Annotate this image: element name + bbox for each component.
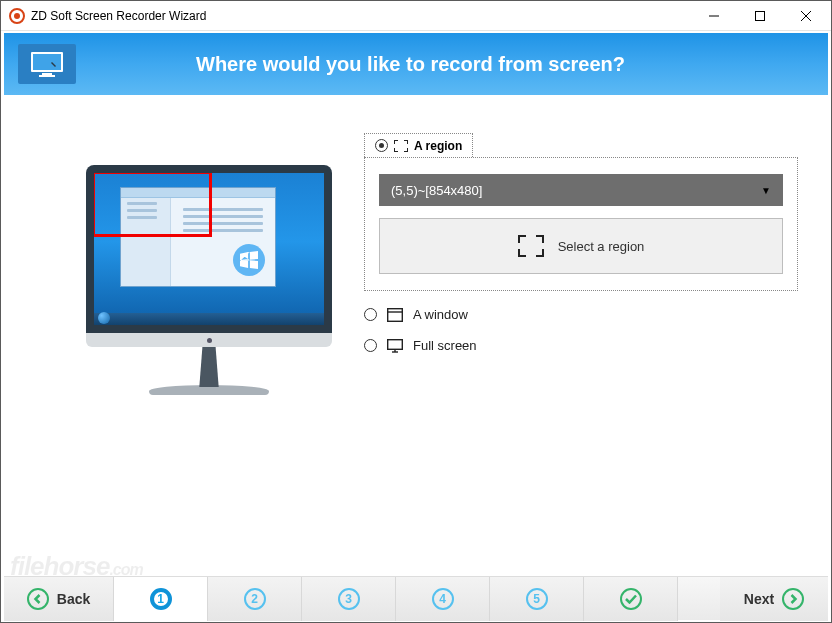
- window-controls: [691, 1, 829, 30]
- step-5-icon: 5: [526, 588, 548, 610]
- step-2-icon: 2: [244, 588, 266, 610]
- close-button[interactable]: [783, 1, 829, 30]
- step-1[interactable]: 1: [114, 577, 208, 621]
- step-2[interactable]: 2: [208, 577, 302, 621]
- titlebar: ZD Soft Screen Recorder Wizard: [1, 1, 831, 31]
- step-1-icon: 1: [150, 588, 172, 610]
- minimize-button[interactable]: [691, 1, 737, 30]
- svg-rect-8: [388, 308, 403, 321]
- next-button[interactable]: Next: [720, 577, 828, 621]
- banner-icon: [18, 44, 76, 84]
- step-4[interactable]: 4: [396, 577, 490, 621]
- step-3[interactable]: 3: [302, 577, 396, 621]
- dropdown-arrow-icon: ▼: [761, 185, 771, 196]
- option-region-tab[interactable]: A region: [364, 133, 473, 157]
- banner-title: Where would you like to record from scre…: [196, 53, 625, 76]
- select-region-label: Select a region: [558, 239, 645, 254]
- window-radio-icon: [364, 308, 377, 321]
- svg-rect-6: [42, 73, 52, 75]
- region-highlight-icon: [94, 173, 212, 237]
- window-title: ZD Soft Screen Recorder Wizard: [31, 9, 691, 23]
- region-brackets-icon: [394, 140, 408, 152]
- next-arrow-icon: [782, 588, 804, 610]
- wizard-footer: filehorse.com Back 1 2 3 4 5 Next: [4, 576, 828, 620]
- svg-rect-7: [39, 75, 55, 77]
- step-4-icon: 4: [432, 588, 454, 610]
- back-arrow-icon: [27, 588, 49, 610]
- content-area: A region (5,5)~[854x480] ▼ Select a regi…: [4, 95, 828, 576]
- maximize-button[interactable]: [737, 1, 783, 30]
- region-size-value: (5,5)~[854x480]: [391, 183, 482, 198]
- monitor-icon: [387, 339, 403, 353]
- select-region-button[interactable]: Select a region: [379, 218, 783, 274]
- svg-rect-5: [33, 54, 61, 70]
- svg-rect-10: [388, 339, 403, 349]
- region-panel: (5,5)~[854x480] ▼ Select a region: [364, 157, 798, 291]
- region-radio-selected-icon: [375, 139, 388, 152]
- svg-rect-1: [756, 11, 765, 20]
- step-3-icon: 3: [338, 588, 360, 610]
- step-done[interactable]: [584, 577, 678, 621]
- step-done-icon: [620, 588, 642, 610]
- app-window: ZD Soft Screen Recorder Wizard Where wou…: [0, 0, 832, 623]
- illustration: [54, 145, 364, 546]
- fullscreen-radio-icon: [364, 339, 377, 352]
- app-icon: [9, 8, 25, 24]
- region-size-dropdown[interactable]: (5,5)~[854x480] ▼: [379, 174, 783, 206]
- next-label: Next: [744, 591, 774, 607]
- option-region-label: A region: [414, 139, 462, 153]
- option-fullscreen[interactable]: Full screen: [364, 338, 798, 353]
- select-region-icon: [518, 235, 544, 257]
- option-window-label: A window: [413, 307, 468, 322]
- window-icon: [387, 308, 403, 322]
- options-panel: A region (5,5)~[854x480] ▼ Select a regi…: [364, 145, 798, 546]
- back-label: Back: [57, 591, 90, 607]
- step-5[interactable]: 5: [490, 577, 584, 621]
- header-banner: Where would you like to record from scre…: [4, 33, 828, 95]
- option-fullscreen-label: Full screen: [413, 338, 477, 353]
- back-button[interactable]: Back: [4, 577, 114, 621]
- option-window[interactable]: A window: [364, 307, 798, 322]
